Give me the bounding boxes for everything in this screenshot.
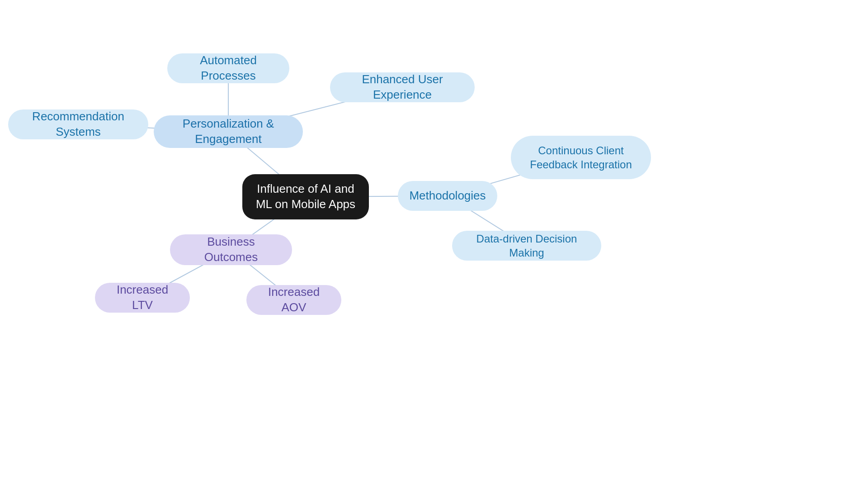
- ltv-node: Increased LTV: [95, 283, 190, 313]
- ltv-label: Increased LTV: [109, 282, 175, 313]
- recommendation-label: Recommendation Systems: [23, 109, 134, 140]
- center-node-label: Influence of AI and ML on Mobile Apps: [255, 181, 356, 212]
- methodologies-label: Methodologies: [409, 188, 486, 204]
- aov-label: Increased AOV: [261, 285, 327, 315]
- datadriven-node: Data-driven Decision Making: [452, 231, 601, 261]
- methodologies-node: Methodologies: [398, 181, 497, 211]
- business-node: Business Outcomes: [170, 234, 292, 265]
- enhanced-node: Enhanced User Experience: [330, 72, 475, 102]
- business-label: Business Outcomes: [184, 234, 278, 265]
- continuous-node: Continuous Client Feedback Integration: [511, 136, 651, 179]
- automated-node: Automated Processes: [167, 53, 289, 83]
- continuous-label: Continuous Client Feedback Integration: [525, 143, 637, 171]
- center-node: Influence of AI and ML on Mobile Apps: [242, 174, 369, 219]
- personalization-node: Personalization & Engagement: [154, 115, 303, 148]
- personalization-label: Personalization & Engagement: [168, 116, 288, 147]
- automated-label: Automated Processes: [182, 53, 275, 84]
- recommendation-node: Recommendation Systems: [8, 109, 148, 139]
- datadriven-label: Data-driven Decision Making: [467, 232, 587, 260]
- aov-node: Increased AOV: [246, 285, 341, 315]
- enhanced-label: Enhanced User Experience: [344, 72, 460, 103]
